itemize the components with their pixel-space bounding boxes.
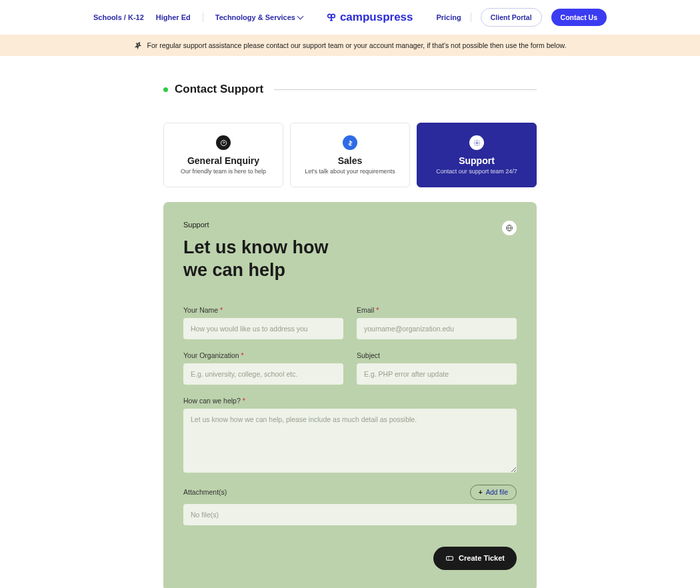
nav-schools[interactable]: Schools / K-12 (93, 13, 144, 21)
email-label: Email * (357, 306, 517, 314)
panel-kicker: Support (183, 221, 329, 229)
create-ticket-label: Create Ticket (459, 554, 505, 562)
chat-icon (216, 135, 231, 150)
tab-title: Support (424, 155, 529, 166)
email-input[interactable] (357, 318, 517, 339)
tab-title: General Enquiry (171, 155, 276, 166)
create-ticket-button[interactable]: Create Ticket (433, 547, 517, 570)
logo-text: campuspress (340, 11, 413, 24)
pin-icon (132, 40, 143, 51)
logo-icon (326, 12, 337, 23)
tab-subtitle: Our friendly team is here to help (171, 168, 276, 175)
gear-icon (469, 135, 484, 150)
tab-subtitle: Contact our support team 24/7 (424, 168, 529, 175)
organization-input[interactable] (183, 363, 343, 385)
svg-point-4 (476, 142, 478, 144)
chevron-down-icon (297, 13, 304, 20)
organization-label: Your Organization * (183, 351, 343, 359)
plus-icon: + (479, 489, 483, 496)
nav-pricing[interactable]: Pricing (436, 13, 461, 21)
language-button[interactable] (502, 221, 517, 235)
name-input[interactable] (183, 318, 343, 339)
logo[interactable]: campuspress (326, 11, 413, 24)
help-textarea[interactable] (183, 409, 517, 473)
tab-general-enquiry[interactable]: General Enquiry Our friendly team is her… (163, 123, 283, 187)
ticket-icon (445, 554, 454, 563)
contact-us-button[interactable]: Contact Us (551, 9, 607, 26)
client-portal-button[interactable]: Client Portal (481, 8, 542, 27)
status-dot (163, 87, 168, 92)
name-label: Your Name * (183, 306, 343, 314)
subject-label: Subject (357, 351, 517, 359)
nav-divider-right (471, 13, 471, 22)
panel-title-line1: Let us know how (183, 237, 329, 257)
title-line (274, 89, 537, 90)
support-form-panel: Support Let us know how we can help Your… (163, 202, 537, 588)
svg-rect-6 (447, 556, 453, 559)
nav-technology-services[interactable]: Technology & Services (215, 13, 303, 21)
info-banner: For regular support assistance please co… (0, 35, 700, 56)
subject-input[interactable] (357, 363, 517, 385)
add-file-button[interactable]: + Add file (470, 485, 517, 500)
dollar-icon (343, 135, 357, 150)
globe-icon (505, 224, 513, 232)
nav-technology-services-label: Technology & Services (215, 13, 295, 21)
tab-subtitle: Let's talk about your requirements (297, 168, 403, 175)
add-file-label: Add file (486, 489, 508, 496)
svg-point-1 (331, 14, 335, 17)
panel-title: Let us know how we can help (183, 237, 329, 282)
tab-sales[interactable]: Sales Let's talk about your requirements (290, 123, 410, 187)
tab-support[interactable]: Support Contact our support team 24/7 (417, 123, 537, 187)
nav-divider (203, 13, 203, 22)
banner-text: For regular support assistance please co… (147, 41, 567, 49)
file-list-display: No file(s) (183, 504, 517, 525)
attachments-label: Attachment(s) (183, 488, 227, 496)
panel-title-line2: we can help (183, 260, 285, 280)
tab-title: Sales (297, 155, 403, 166)
nav-higher-ed[interactable]: Higher Ed (156, 13, 191, 21)
help-label: How can we help? * (183, 397, 517, 405)
page-title: Contact Support (175, 83, 263, 96)
